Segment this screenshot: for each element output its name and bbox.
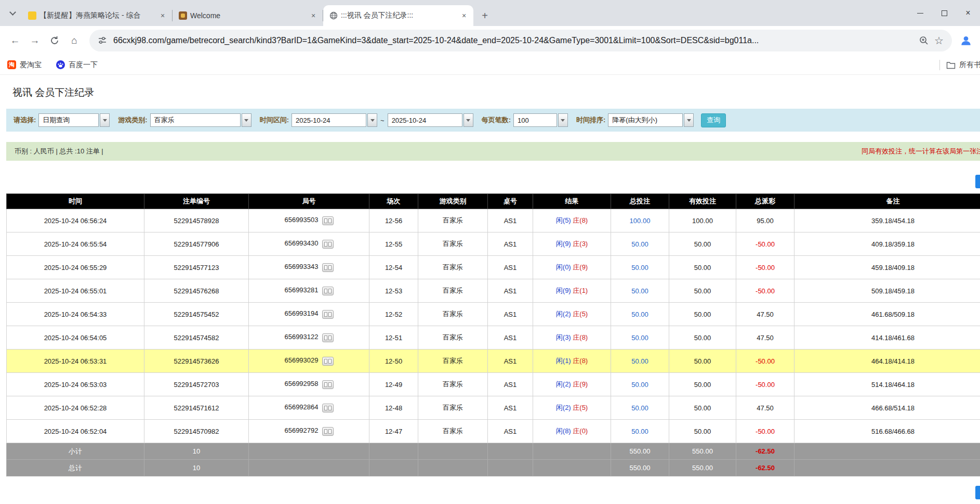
table-row: 2025-10-24 06:52:28522914571612656992864…	[7, 396, 980, 420]
page-title: 视讯 会员下注纪录	[12, 86, 980, 99]
tab-close-icon[interactable]: ×	[157, 10, 168, 21]
date-start-dropdown-icon[interactable]	[367, 113, 377, 127]
date-end-value[interactable]: 2025-10-24	[388, 113, 462, 127]
cell-round: 656993503	[249, 209, 369, 232]
per-page-label: 每页笔数:	[482, 115, 511, 125]
cell-valid-bet: 50.00	[669, 396, 736, 420]
new-tab-button[interactable]: +	[478, 8, 492, 23]
sort-dropdown-icon[interactable]	[684, 113, 694, 127]
view-round-icon[interactable]	[322, 357, 334, 366]
view-round-icon[interactable]	[322, 287, 334, 295]
cell-game-type: 百家乐	[418, 396, 488, 420]
sort-value[interactable]: 降幂(由大到小)	[608, 113, 683, 127]
query-mode-dropdown-icon[interactable]	[100, 113, 110, 127]
view-round-icon[interactable]	[322, 216, 334, 225]
view-round-icon[interactable]	[322, 240, 334, 249]
date-end-dropdown-icon[interactable]	[463, 113, 473, 127]
view-round-icon[interactable]	[322, 263, 334, 272]
forward-button[interactable]: →	[25, 31, 45, 50]
cell-table-no: AS1	[488, 396, 533, 420]
per-page-dropdown-icon[interactable]	[558, 113, 568, 127]
side-panel-handle-top[interactable]	[975, 175, 980, 188]
date-start-picker[interactable]: 2025-10-24	[292, 113, 377, 127]
date-end-picker[interactable]: 2025-10-24	[388, 113, 473, 127]
tab-title: Welcome	[190, 11, 305, 20]
cell-time: 2025-10-24 06:55:29	[7, 256, 144, 279]
site-info-icon[interactable]	[98, 36, 107, 45]
refresh-button[interactable]	[45, 31, 64, 50]
back-button[interactable]: ←	[5, 31, 25, 50]
cell-result: 闲(5) 庄(8)	[533, 209, 611, 232]
cell-total-bet[interactable]: 50.00	[611, 303, 669, 326]
tab-close-icon[interactable]: ×	[459, 10, 469, 21]
tab-bet-records[interactable]: :::视讯 会员下注纪录::: ×	[323, 5, 473, 26]
bookmark-label: 爱淘宝	[20, 60, 42, 70]
tab-title: 【新提醒】海燕策略论坛 - 综合	[39, 11, 154, 20]
cell-total-bet[interactable]: 50.00	[611, 279, 669, 303]
tab-forum[interactable]: 【新提醒】海燕策略论坛 - 综合 ×	[22, 5, 172, 26]
view-round-icon[interactable]	[322, 380, 334, 389]
filter-bar: 请选择: 日期查询 游戏类别: 百家乐 时间区间: 2025-10-24 ~ 2…	[6, 109, 980, 132]
cell-total-bet[interactable]: 50.00	[611, 373, 669, 396]
summary-payout: -62.50	[736, 443, 794, 460]
summary-empty-cell	[488, 443, 533, 460]
column-header: 有效投注	[669, 194, 736, 209]
close-window-button[interactable]: ×	[956, 0, 980, 26]
profile-avatar[interactable]	[957, 32, 975, 49]
search-button[interactable]: 查询	[701, 113, 726, 127]
cell-total-bet[interactable]: 50.00	[611, 326, 669, 350]
all-bookmarks-label: 所有书签	[959, 60, 980, 70]
bookmark-star-icon[interactable]: ☆	[934, 34, 944, 47]
cell-total-bet[interactable]: 50.00	[611, 420, 669, 443]
cell-total-bet[interactable]: 50.00	[611, 350, 669, 373]
minimize-button[interactable]	[908, 0, 932, 26]
url-text[interactable]: 66cxkj98.com/game/betrecord_search/kind3…	[113, 36, 907, 45]
address-bar[interactable]: 66cxkj98.com/game/betrecord_search/kind3…	[89, 30, 952, 51]
cell-round: 656992958	[249, 373, 369, 396]
column-header: 注单编号	[144, 194, 249, 209]
tab-welcome[interactable]: Welcome ×	[173, 5, 323, 26]
view-round-icon[interactable]	[322, 427, 334, 436]
maximize-button[interactable]	[932, 0, 956, 26]
home-button[interactable]: ⌂	[64, 31, 84, 50]
table-row: 2025-10-24 06:53:03522914572703656992958…	[7, 373, 980, 396]
summary-empty-cell	[488, 460, 533, 476]
query-mode-combo[interactable]: 日期查询	[38, 113, 110, 127]
cell-table-no: AS1	[488, 209, 533, 232]
tab-close-icon[interactable]: ×	[308, 10, 319, 21]
game-type-dropdown-icon[interactable]	[242, 113, 251, 127]
cell-time: 2025-10-24 06:54:33	[7, 303, 144, 326]
cell-valid-bet: 50.00	[669, 279, 736, 303]
game-type-combo[interactable]: 百家乐	[150, 113, 251, 127]
cell-session: 12-48	[369, 396, 418, 420]
cell-result: 闲(1) 庄(8)	[533, 350, 611, 373]
cell-bet-id: 522914578928	[144, 209, 249, 232]
table-foot: 小计10550.00550.00-62.50总计10550.00550.00-6…	[7, 443, 980, 476]
bookmark-taobao[interactable]: 淘 爱淘宝	[7, 60, 42, 70]
per-page-value[interactable]: 100	[513, 113, 557, 127]
cell-note: 466.68/514.18	[794, 396, 980, 420]
cell-round: 656993122	[249, 326, 369, 350]
sort-combo[interactable]: 降幂(由大到小)	[608, 113, 694, 127]
view-round-icon[interactable]	[322, 310, 334, 319]
cell-result: 闲(2) 庄(5)	[533, 396, 611, 420]
bookmark-baidu[interactable]: 百度一下	[56, 60, 98, 70]
tab-search-button[interactable]	[5, 6, 20, 20]
cell-total-bet[interactable]: 50.00	[611, 396, 669, 420]
per-page-combo[interactable]: 100	[513, 113, 568, 127]
cell-session: 12-52	[369, 303, 418, 326]
game-type-value[interactable]: 百家乐	[150, 113, 241, 127]
cell-payout: -50.00	[736, 350, 794, 373]
side-panel-handle-bottom[interactable]	[975, 486, 980, 499]
table-row: 2025-10-24 06:52:04522914570982656992792…	[7, 420, 980, 443]
zoom-button[interactable]	[919, 35, 929, 46]
query-mode-value[interactable]: 日期查询	[38, 113, 99, 127]
cell-total-bet[interactable]: 100.00	[611, 209, 669, 232]
cell-total-bet[interactable]: 50.00	[611, 232, 669, 256]
view-round-icon[interactable]	[322, 333, 334, 342]
date-start-value[interactable]: 2025-10-24	[292, 113, 366, 127]
view-round-icon[interactable]	[322, 404, 334, 412]
cell-total-bet[interactable]: 50.00	[611, 256, 669, 279]
taobao-icon: 淘	[7, 60, 16, 69]
all-bookmarks[interactable]: 所有书签	[939, 55, 980, 75]
